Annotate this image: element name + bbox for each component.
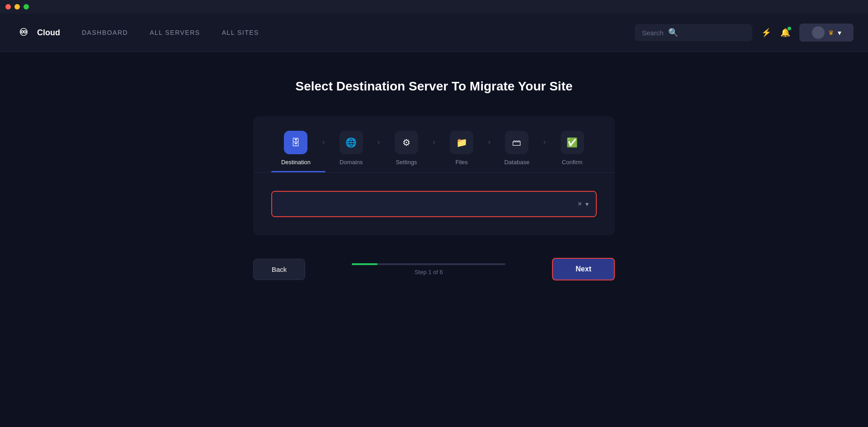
step-6-underline <box>542 171 597 172</box>
logo[interactable]: ♾ Cloud <box>14 24 60 42</box>
step-database[interactable]: 🗃 Database <box>492 131 542 166</box>
step-arrow-2: › <box>376 138 382 146</box>
step-5-underline <box>488 171 542 172</box>
main-content: Select Destination Server To Migrate You… <box>0 52 868 289</box>
title-bar <box>0 0 868 14</box>
step-domains[interactable]: 🌐 Domains <box>326 131 376 166</box>
progress-bar-fill <box>352 263 377 265</box>
nav-right: Search 🔍 ⚡ 🔔 ♛ ▾ <box>635 24 854 42</box>
step-settings-label: Settings <box>396 159 417 166</box>
dropdown-clear-icon[interactable]: × <box>578 200 582 208</box>
step-confirm-label: Confirm <box>562 159 583 166</box>
wizard-content: × ▾ <box>253 173 615 235</box>
progress-section: Step 1 of 6 <box>352 263 505 275</box>
wizard-card: 🗄 Destination › 🌐 Domains › ⚙ Settings ›… <box>253 116 615 235</box>
step-confirm[interactable]: ✅ Confirm <box>547 131 597 166</box>
page-title: Select Destination Server To Migrate You… <box>295 79 572 94</box>
avatar-image <box>812 26 825 39</box>
close-button[interactable] <box>5 4 11 9</box>
step-arrow-1: › <box>321 138 326 146</box>
step-settings[interactable]: ⚙ Settings <box>382 131 431 166</box>
user-avatar[interactable]: ♛ ▾ <box>799 24 854 42</box>
search-placeholder: Search <box>642 29 664 37</box>
step-files-label: Files <box>455 159 467 166</box>
step-arrow-4: › <box>486 138 492 146</box>
steps-header: 🗄 Destination › 🌐 Domains › ⚙ Settings ›… <box>253 116 615 166</box>
step-destination-label: Destination <box>281 159 311 166</box>
step-confirm-icon: ✅ <box>561 131 584 154</box>
step-2-underline <box>326 171 380 172</box>
step-arrow-5: › <box>542 138 547 146</box>
step-database-icon: 🗃 <box>505 131 528 154</box>
step-files-icon: 📁 <box>450 131 473 154</box>
back-button[interactable]: Back <box>253 259 305 280</box>
crown-icon: ♛ <box>828 29 834 36</box>
server-select-wrapper[interactable]: × ▾ <box>271 191 597 217</box>
search-box[interactable]: Search 🔍 <box>635 24 752 41</box>
logo-icon: ♾ <box>14 24 33 42</box>
nav-all-sites[interactable]: ALL SITES <box>222 29 259 36</box>
nav-links: DASHBOARD ALL SERVERS ALL SITES <box>82 29 613 36</box>
nav-all-servers[interactable]: ALL SERVERS <box>150 29 200 36</box>
step-destination-icon: 🗄 <box>284 131 307 154</box>
search-icon[interactable]: 🔍 <box>668 28 678 38</box>
step-4-underline <box>434 171 488 172</box>
wizard-navigation: Back Step 1 of 6 Next <box>253 249 615 289</box>
nav-dashboard[interactable]: DASHBOARD <box>82 29 128 36</box>
next-button[interactable]: Next <box>552 258 615 280</box>
step-database-label: Database <box>504 159 529 166</box>
maximize-button[interactable] <box>24 4 29 9</box>
step-arrow-3: › <box>431 138 437 146</box>
server-select-inner[interactable]: × ▾ <box>272 192 596 216</box>
dropdown-arrow-icon[interactable]: ▾ <box>585 200 589 208</box>
logo-text: Cloud <box>37 28 60 38</box>
bell-icon[interactable]: 🔔 <box>780 28 790 38</box>
user-dropdown-arrow: ▾ <box>838 28 841 37</box>
minimize-button[interactable] <box>14 4 20 9</box>
progress-bar-track <box>352 263 505 265</box>
step-destination[interactable]: 🗄 Destination <box>271 131 321 166</box>
activity-icon[interactable]: ⚡ <box>761 28 771 38</box>
step-files[interactable]: 📁 Files <box>437 131 486 166</box>
step-domains-icon: 🌐 <box>340 131 363 154</box>
step-domains-label: Domains <box>340 159 363 166</box>
step-settings-icon: ⚙ <box>395 131 418 154</box>
navbar: ♾ Cloud DASHBOARD ALL SERVERS ALL SITES … <box>0 14 868 52</box>
step-1-underline <box>271 171 326 172</box>
step-3-underline <box>380 171 434 172</box>
step-progress-label: Step 1 of 6 <box>415 269 443 275</box>
